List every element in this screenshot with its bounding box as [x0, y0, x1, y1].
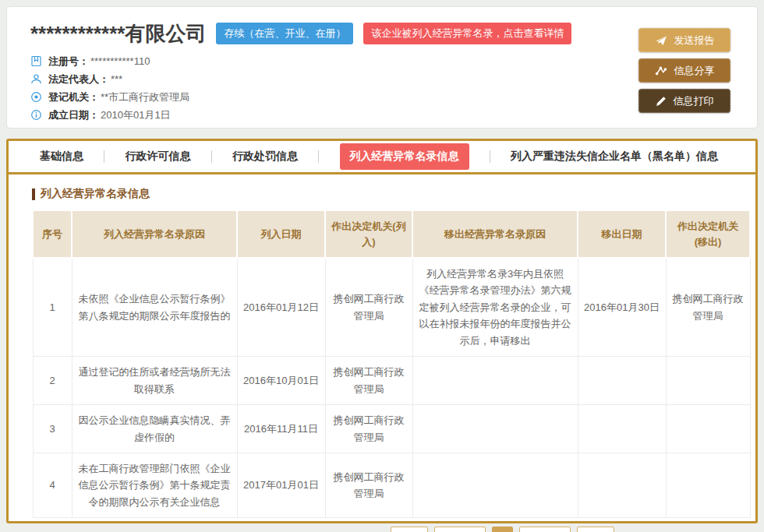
- tab-separator: [318, 150, 319, 163]
- company-info-fields: 注册号： ***********110 法定代表人： *** 登记机关： **市…: [30, 52, 734, 124]
- field-value: ***********110: [90, 55, 150, 67]
- col-header-removal-reason: 移出经营异常名录原因: [412, 210, 578, 258]
- table-row: 3 因公示企业信息隐瞒真实情况、弄虚作假的 2016年11月11日 携创网工商行…: [33, 405, 750, 453]
- previous-page-button[interactable]: ◂上一页: [434, 527, 486, 532]
- last-page-button[interactable]: 末页: [577, 527, 614, 532]
- cell-removal-authority: [666, 453, 750, 517]
- cell-removal-reason: [412, 405, 578, 453]
- cell-inclusion-reason: 因公示企业信息隐瞒真实情况、弄虚作假的: [72, 405, 237, 453]
- field-label: 法定代表人：: [48, 72, 109, 86]
- cell-removal-reason: [412, 357, 578, 405]
- company-name-row: ************有限公司 存续（在营、开业、在册） 该企业被列入经营异常…: [30, 22, 734, 45]
- pagination: 首页 ◂上一页 1 下一页▸ 末页: [391, 527, 614, 532]
- cell-inclusion-date: 2016年10月01日: [237, 357, 325, 405]
- first-page-button[interactable]: 首页: [391, 527, 428, 532]
- cell-inclusion-date: 2017年01月01日: [237, 453, 325, 517]
- cell-seq: 2: [33, 357, 72, 405]
- table-header-row: 序号 列入经营异常名录原因 列入日期 作出决定机关(列入) 移出经营异常名录原因…: [33, 210, 750, 258]
- cell-inclusion-date: 2016年11月11日: [237, 405, 325, 453]
- paper-plane-icon: [655, 35, 667, 46]
- section-title-text: 列入经营异常名录信息: [41, 187, 150, 201]
- field-value: **市工商行政管理局: [101, 90, 189, 104]
- company-name: ************有限公司: [30, 22, 206, 45]
- tab-bar: 基础信息 行政许可信息 行政处罚信息 列入经营异常名录信息 列入严重违法失信企业…: [9, 141, 755, 174]
- table-row: 4 未在工商行政管理部门依照《企业信息公示暂行条例》第十条规定责令的期限内公示有…: [33, 453, 750, 517]
- company-header-card: ************有限公司 存续（在营、开业、在册） 该企业被列入经营异常…: [6, 6, 758, 129]
- cell-removal-date: 2016年01月30日: [578, 258, 666, 357]
- cell-removal-reason: 列入经营异常名录3年内且依照《经营异常名录管理办法》第六规定被列入经营异常名录的…: [412, 258, 578, 357]
- tab-content: 列入经营异常名录信息 序号 列入经营异常名录原因 列入日期 作出决定机关(列入)…: [9, 174, 755, 532]
- section-title-bar: [32, 188, 35, 200]
- col-header-seq: 序号: [33, 210, 72, 258]
- cell-removal-date: [578, 357, 666, 405]
- page-number-button[interactable]: 1: [492, 527, 513, 532]
- cell-removal-date: [578, 405, 666, 453]
- next-page-button[interactable]: 下一页▸: [519, 527, 571, 532]
- cell-inclusion-authority: 携创网工商行政管理局: [325, 258, 412, 357]
- cell-inclusion-authority: 携创网工商行政管理局: [325, 405, 412, 453]
- field-registration-number: 注册号： ***********110: [30, 52, 734, 70]
- share-info-button[interactable]: 信息分享: [638, 58, 730, 83]
- table-footer: 共 查询到 4 条记录 共 1 页 首页 ◂上一页 1 下一页▸ 末页: [32, 518, 732, 532]
- tab-basic-info[interactable]: 基础信息: [40, 150, 83, 164]
- action-button-label: 信息打印: [674, 94, 714, 108]
- tab-separator: [490, 150, 490, 163]
- action-button-label: 信息分享: [674, 64, 715, 78]
- col-header-inclusion-authority: 作出决定机关(列入): [325, 210, 412, 258]
- tab-blacklist[interactable]: 列入严重违法失信企业名单（黑名单）信息: [511, 150, 718, 164]
- cell-removal-date: [578, 453, 666, 517]
- col-header-removal-authority: 作出决定机关(移出): [666, 210, 750, 258]
- send-report-button[interactable]: 发送报告: [638, 28, 730, 52]
- cell-inclusion-reason: 未依照《企业信息公示暂行条例》第八条规定的期限公示年度报告的: [72, 258, 237, 357]
- info-icon: [30, 109, 42, 121]
- cell-inclusion-authority: 携创网工商行政管理局: [325, 357, 412, 405]
- abnormal-alert-badge[interactable]: 该企业被列入经营异常名录，点击查看详情: [363, 23, 571, 44]
- share-icon: [655, 65, 667, 76]
- detail-panel: 基础信息 行政许可信息 行政处罚信息 列入经营异常名录信息 列入严重违法失信企业…: [6, 139, 758, 523]
- cell-seq: 3: [33, 405, 72, 453]
- field-label: 成立日期：: [48, 108, 99, 122]
- bookmark-icon: [30, 55, 42, 67]
- field-value: ***: [111, 73, 122, 85]
- cell-inclusion-authority: 携创网工商行政管理局: [325, 453, 412, 517]
- field-label: 注册号：: [48, 55, 89, 69]
- field-label: 登记机关：: [48, 90, 99, 104]
- cell-removal-authority: [666, 357, 750, 405]
- col-header-inclusion-reason: 列入经营异常名录原因: [72, 210, 237, 258]
- status-badge: 存续（在营、开业、在册）: [216, 23, 353, 44]
- cell-inclusion-reason: 通过登记的住所或者经营场所无法取得联系: [72, 357, 237, 405]
- cell-removal-authority: [666, 405, 750, 453]
- cell-inclusion-reason: 未在工商行政管理部门依照《企业信息公示暂行条例》第十条规定责令的期限内公示有关企…: [72, 453, 237, 517]
- cell-seq: 1: [33, 258, 72, 357]
- field-establishment-date: 成立日期： 2010年01月1日: [30, 106, 734, 124]
- col-header-inclusion-date: 列入日期: [237, 210, 325, 258]
- cell-removal-authority: 携创网工商行政管理局: [666, 258, 750, 357]
- field-value: 2010年01月1日: [101, 108, 171, 122]
- tab-separator: [211, 150, 212, 163]
- tab-administrative-license[interactable]: 行政许可信息: [126, 150, 191, 164]
- location-icon: [30, 91, 42, 103]
- print-info-button[interactable]: 信息打印: [638, 89, 730, 113]
- tab-separator: [104, 150, 104, 163]
- abnormal-records-table: 序号 列入经营异常名录原因 列入日期 作出决定机关(列入) 移出经营异常名录原因…: [32, 210, 751, 518]
- field-registration-authority: 登记机关： **市工商行政管理局: [30, 88, 734, 106]
- cell-inclusion-date: 2016年01月12日: [237, 258, 325, 357]
- pencil-icon: [656, 96, 667, 107]
- field-legal-representative: 法定代表人： ***: [30, 70, 734, 88]
- col-header-removal-date: 移出日期: [578, 210, 666, 258]
- section-title: 列入经营异常名录信息: [32, 187, 732, 201]
- action-buttons: 发送报告 信息分享 信息打印: [638, 28, 730, 119]
- cell-seq: 4: [33, 453, 72, 517]
- table-row: 2 通过登记的住所或者经营场所无法取得联系 2016年10月01日 携创网工商行…: [33, 357, 750, 405]
- tab-abnormal-operation-list[interactable]: 列入经营异常名录信息: [340, 143, 469, 170]
- table-row: 1 未依照《企业信息公示暂行条例》第八条规定的期限公示年度报告的 2016年01…: [33, 258, 750, 357]
- tab-administrative-penalty[interactable]: 行政处罚信息: [232, 150, 298, 164]
- action-button-label: 发送报告: [674, 33, 715, 48]
- cell-removal-reason: [412, 453, 578, 517]
- person-icon: [30, 73, 42, 85]
